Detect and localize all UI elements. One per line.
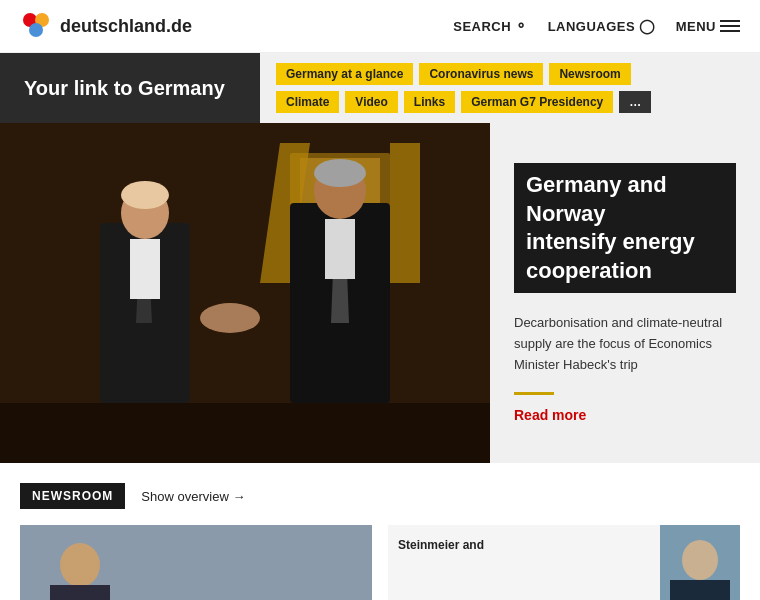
hero-title: Your link to Germany: [24, 77, 225, 100]
feature-image-bg: [0, 123, 490, 463]
menu-nav-item[interactable]: MENU: [676, 19, 740, 34]
main-nav: SEARCH ⚬ LANGUAGES ◯ MENU: [453, 18, 740, 34]
logo-icon: [20, 10, 52, 42]
hero-title-box: Your link to Germany: [0, 53, 260, 123]
languages-label: LANGUAGES: [548, 19, 636, 34]
svg-point-2: [29, 23, 43, 37]
newsroom-badge: NEWSROOM: [20, 483, 125, 509]
hero-banner: Your link to Germany Germany at a glance…: [0, 53, 760, 123]
tags-row-2: Climate Video Links German G7 Presidency…: [276, 91, 651, 113]
feature-image: [0, 123, 490, 463]
newsroom-header: NEWSROOM Show overview →: [20, 483, 740, 509]
svg-rect-18: [130, 239, 160, 299]
svg-marker-7: [390, 143, 420, 283]
tag-climate[interactable]: Climate: [276, 91, 339, 113]
news-cards: Steinmeier and: [20, 525, 740, 600]
svg-point-21: [60, 543, 100, 587]
site-header: deutschland.de SEARCH ⚬ LANGUAGES ◯ MENU: [0, 0, 760, 53]
news-card-2-title: Steinmeier and: [398, 538, 484, 552]
show-overview-link[interactable]: Show overview →: [141, 489, 245, 504]
search-icon: ⚬: [515, 18, 528, 34]
feature-headline-line3: cooperation: [526, 258, 652, 283]
news-card-2-content: Steinmeier and: [388, 525, 660, 600]
news-card-2[interactable]: Steinmeier and: [388, 525, 740, 600]
read-more-link[interactable]: Read more: [514, 407, 736, 423]
feature-illustration: [0, 123, 490, 463]
news-card-1-image: [20, 525, 372, 600]
tag-germany-glance[interactable]: Germany at a glance: [276, 63, 413, 85]
tag-newsroom[interactable]: Newsroom: [549, 63, 630, 85]
feature-headline-line1: Germany and Norway: [526, 172, 667, 226]
tag-links[interactable]: Links: [404, 91, 455, 113]
feature-section: Germany and Norway intensify energy coop…: [0, 123, 760, 463]
logo-text: deutschland.de: [60, 16, 192, 37]
svg-rect-25: [670, 580, 730, 600]
svg-point-24: [682, 540, 718, 580]
svg-point-15: [200, 303, 260, 333]
menu-label: MENU: [676, 19, 716, 34]
tags-row-1: Germany at a glance Coronavirus news New…: [276, 63, 651, 85]
tags-area: Germany at a glance Coronavirus news New…: [260, 53, 667, 123]
tag-g7[interactable]: German G7 Presidency: [461, 91, 613, 113]
search-label: SEARCH: [453, 19, 511, 34]
svg-point-14: [314, 159, 366, 187]
svg-point-11: [121, 181, 169, 209]
tag-video[interactable]: Video: [345, 91, 397, 113]
svg-rect-19: [325, 219, 355, 279]
feature-description: Decarbonisation and climate-neutral supp…: [514, 313, 736, 375]
feature-headline-line2: intensify energy: [526, 229, 695, 254]
news-card-2-image: [660, 525, 740, 600]
feature-divider: [514, 392, 554, 395]
svg-rect-8: [0, 403, 490, 463]
newsroom-section: NEWSROOM Show overview → Steinmeier and: [0, 463, 760, 600]
tag-coronavirus[interactable]: Coronavirus news: [419, 63, 543, 85]
search-nav-item[interactable]: SEARCH ⚬: [453, 18, 527, 34]
feature-headline: Germany and Norway intensify energy coop…: [514, 163, 736, 293]
feature-content: Germany and Norway intensify energy coop…: [490, 123, 760, 463]
news-card-1[interactable]: [20, 525, 372, 600]
languages-nav-item[interactable]: LANGUAGES ◯: [548, 18, 656, 34]
tag-more[interactable]: …: [619, 91, 651, 113]
svg-rect-22: [50, 585, 110, 600]
globe-icon: ◯: [639, 18, 656, 34]
hamburger-icon: [720, 20, 740, 32]
logo-area[interactable]: deutschland.de: [20, 10, 192, 42]
